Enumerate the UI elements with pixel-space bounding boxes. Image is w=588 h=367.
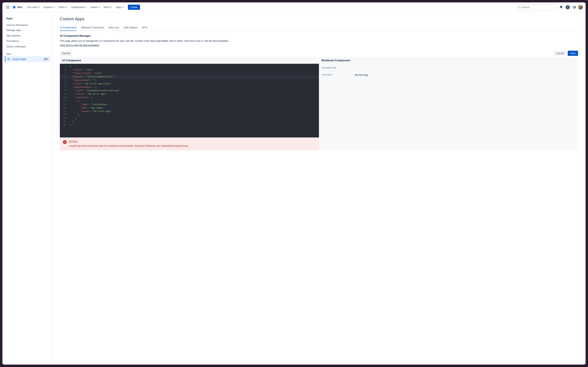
code-content: "module": "jira:issueActivity",	[69, 75, 114, 78]
error-message: Invalid top-level component type for mod…	[69, 144, 188, 148]
nav-item-label: Filters	[59, 6, 65, 8]
ui-component-panel-title: UI Component	[60, 57, 319, 64]
chevron-down-icon: ▼	[85, 6, 87, 8]
code-line[interactable]: 4 "module": "jira:issueActivity",	[60, 75, 319, 78]
line-number: 5	[60, 79, 67, 82]
line-number: 18	[60, 124, 67, 127]
fold-icon[interactable]: ▾	[67, 65, 69, 68]
svg-rect-7	[8, 8, 8, 8]
nav-item-label: Teams	[90, 6, 97, 8]
code-line[interactable]: 7▾ "componentData": {	[60, 86, 319, 89]
fold-icon	[67, 79, 69, 82]
sidebar-item-promotions[interactable]: Promotions	[5, 38, 50, 44]
nav-item-teams[interactable]: Teams▼	[89, 5, 102, 10]
nav-item-projects[interactable]: Projects▼	[42, 5, 56, 10]
line-number: 1	[60, 65, 67, 68]
code-content: }	[69, 124, 71, 127]
code-content: }	[69, 113, 79, 117]
line-number: 3	[60, 72, 67, 75]
search-input[interactable]	[522, 6, 554, 8]
code-content: "title": "My First App",	[69, 92, 107, 96]
notifications-icon[interactable]	[558, 4, 564, 10]
sidebar-title: Apps	[5, 16, 50, 23]
main-content: Custom Apps UI ComponentsWebhook Transfo…	[52, 12, 586, 365]
code-line[interactable]: 13 "key": "App Name",	[60, 106, 319, 110]
code-line[interactable]: 18}	[60, 124, 319, 127]
user-avatar[interactable]	[578, 5, 583, 10]
line-number: 9	[60, 92, 67, 96]
app-switcher-icon[interactable]	[5, 4, 11, 10]
documentation-link[interactable]: Click here to view the documentation.	[60, 44, 100, 47]
cancel-button[interactable]: Cancel	[554, 51, 566, 56]
jira-logo[interactable]: Jira	[11, 5, 23, 9]
help-icon[interactable]: ?	[565, 4, 571, 10]
nav-item-label: Projects	[44, 6, 52, 8]
error-icon	[63, 140, 67, 144]
error-title: Errors	[69, 140, 188, 143]
fold-icon	[67, 103, 69, 106]
line-number: 7	[60, 86, 67, 89]
code-line[interactable]: 1▾{	[60, 65, 319, 68]
jira-logo-icon	[12, 5, 16, 9]
app-window: Jira Your work▼Projects▼Filters▼Dashboar…	[2, 2, 586, 365]
nav-item-plans[interactable]: Plans▼	[102, 5, 114, 10]
fold-icon[interactable]: ▾	[67, 99, 69, 103]
nav-item-filters[interactable]: Filters▼	[57, 5, 69, 10]
nav-item-apps[interactable]: Apps▼	[114, 5, 126, 10]
tab-ui-components[interactable]: UI Components	[60, 25, 77, 31]
fold-icon	[67, 110, 69, 113]
search-box[interactable]	[517, 4, 556, 10]
code-line[interactable]: 15 }	[60, 113, 319, 117]
format-button[interactable]: Format	[60, 51, 72, 56]
chevron-down-icon: ▼	[53, 6, 55, 8]
code-line[interactable]: 16 ]	[60, 117, 319, 120]
settings-icon[interactable]	[571, 4, 577, 10]
tab-webhook-transforms[interactable]: Webhook Transforms	[81, 25, 104, 31]
rendered-field-label: App Name	[322, 74, 355, 76]
fold-icon[interactable]: ▾	[67, 86, 69, 89]
code-line[interactable]: 2 "action": "set",	[60, 68, 319, 72]
primary-nav: Your work▼Projects▼Filters▼Dashboards▼Te…	[25, 5, 125, 10]
sidebar-item-manage-apps[interactable]: Manage apps	[5, 27, 50, 33]
code-content: {	[69, 65, 71, 68]
line-number: 11	[60, 99, 67, 103]
line-number: 14	[60, 110, 67, 113]
tab-data-objects[interactable]: Data Objects	[123, 25, 137, 31]
save-button[interactable]: Save	[568, 51, 578, 56]
nav-item-dashboards[interactable]: Dashboards▼	[69, 5, 88, 10]
svg-rect-2	[9, 6, 9, 7]
code-line[interactable]: 5 "resourceKey": "",	[60, 79, 319, 82]
code-content: "type": "StackedInformationGroup",	[69, 89, 121, 92]
nav-item-label: Apps	[116, 6, 121, 8]
code-line[interactable]: 3 "resourceType": "site",	[60, 72, 319, 75]
fold-icon	[67, 68, 69, 72]
code-line[interactable]: 12 "type": "FieldValue",	[60, 103, 319, 106]
svg-point-11	[8, 58, 10, 60]
content-tabs: UI ComponentsWebhook TransformsData List…	[60, 25, 578, 31]
code-line[interactable]: 9 "title": "My First App",	[60, 92, 319, 96]
sidebar-item-custom-apps[interactable]: Custom Apps DEV	[5, 56, 50, 62]
tab-data-lists[interactable]: Data Lists	[108, 25, 119, 31]
fold-icon	[67, 106, 69, 110]
nav-item-your-work[interactable]: Your work▼	[25, 5, 42, 10]
nav-item-label: Plans	[104, 6, 110, 8]
sidebar-item-app-requests[interactable]: App requests	[5, 33, 50, 38]
fold-icon	[67, 89, 69, 92]
code-line[interactable]: 10▾ "children": [	[60, 96, 319, 99]
code-line[interactable]: 8 "type": "StackedInformationGroup",	[60, 89, 319, 92]
sidebar-section-apps: Apps	[5, 52, 50, 56]
code-line[interactable]: 14 "value": "My First App"	[60, 110, 319, 113]
top-nav: Jira Your work▼Projects▼Filters▼Dashboar…	[2, 2, 586, 12]
create-button[interactable]: Create	[128, 5, 140, 10]
code-editor[interactable]: 1▾{2 "action": "set",3 "resourceType": "…	[60, 64, 319, 137]
chevron-down-icon: ▼	[38, 6, 40, 8]
tab-api-s[interactable]: API's	[142, 25, 147, 31]
section-heading: UI Component Manager	[60, 34, 578, 37]
svg-rect-8	[9, 8, 9, 8]
code-line[interactable]: 11▾ {	[60, 99, 319, 103]
code-line[interactable]: 17 }	[60, 120, 319, 124]
code-line[interactable]: 6 "title": "my-first-app-Clone",	[60, 82, 319, 86]
fold-icon[interactable]: ▾	[67, 96, 69, 99]
sidebar-item-oauth-credentials[interactable]: OAuth credentials	[5, 44, 50, 49]
chevron-down-icon: ▼	[110, 6, 112, 8]
